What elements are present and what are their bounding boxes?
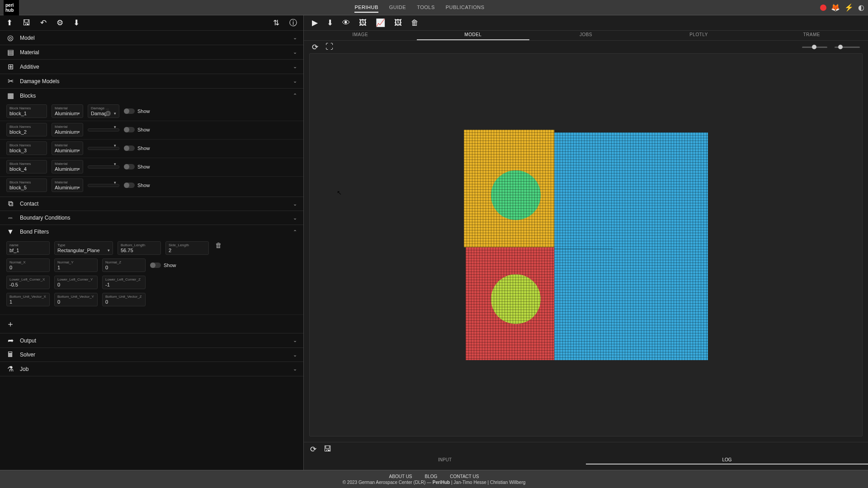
footer-contact[interactable]: CONTACT US bbox=[450, 474, 479, 479]
block-material-select[interactable]: MaterialAluminium bbox=[52, 104, 83, 118]
block-name-field[interactable]: Block Namesblock_2 bbox=[6, 123, 47, 136]
llc-y-field[interactable]: Lower_Left_Corner_Y0 bbox=[54, 276, 98, 289]
section-job[interactable]: ⚗ Job ⌄ bbox=[0, 362, 303, 376]
block-show-toggle[interactable]: Show bbox=[124, 145, 150, 151]
chevron-down-icon: ⌄ bbox=[293, 201, 297, 207]
normal-z-field[interactable]: Normal_Z0 bbox=[102, 258, 146, 272]
buv-x-field[interactable]: Bottom_Unit_Vector_X1 bbox=[6, 293, 50, 306]
clear-damage-icon[interactable]: × bbox=[105, 111, 111, 116]
add-bond-button[interactable]: ＋ bbox=[6, 319, 14, 328]
block-material-select[interactable]: MaterialAluminium bbox=[52, 160, 83, 174]
section-contact[interactable]: ⧉ Contact ⌄ bbox=[0, 197, 303, 211]
picture-icon[interactable]: 🖼 bbox=[394, 19, 402, 28]
tab-model[interactable]: MODEL bbox=[417, 31, 530, 40]
cube-icon: ◎ bbox=[6, 33, 14, 42]
block-material-select[interactable]: MaterialAluminium bbox=[52, 141, 83, 155]
section-solver[interactable]: 🖩 Solver ⌄ bbox=[0, 348, 303, 361]
section-blocks[interactable]: ▦ Blocks ⌃ bbox=[0, 89, 303, 103]
eye-icon[interactable]: 👁 bbox=[342, 19, 350, 28]
block-damage-select[interactable]: Damage …Damage× bbox=[88, 104, 119, 118]
undo-icon[interactable]: ↶ bbox=[40, 18, 47, 28]
footer-blog[interactable]: BLOG bbox=[425, 474, 438, 479]
section-bond[interactable]: ▼ Bond Filters ⌃ bbox=[0, 225, 303, 239]
chevron-down-icon: ⌄ bbox=[293, 352, 297, 358]
block-name-field[interactable]: Block Namesblock_4 bbox=[6, 160, 47, 174]
block-damage-select[interactable] bbox=[88, 184, 119, 187]
copyright: © 2023 German Aerospace Center (DLR) — P… bbox=[343, 480, 526, 485]
right-panel: ▶ ⬇ 👁 🖼 📈 🖼 🗑 IMAGE MODEL JOBS PLOTLY TR… bbox=[304, 15, 868, 470]
tab-log[interactable]: LOG bbox=[586, 456, 868, 465]
buv-z-field[interactable]: Bottom_Unit_Vector_Z0 bbox=[102, 293, 146, 306]
bond-show-toggle[interactable]: Show bbox=[150, 258, 176, 272]
tab-image[interactable]: IMAGE bbox=[304, 31, 417, 40]
model-viewer[interactable]: ↖ bbox=[309, 53, 863, 436]
download-result-icon[interactable]: ⬇ bbox=[327, 18, 333, 28]
scissors-icon: ✂ bbox=[6, 77, 14, 85]
tab-jobs[interactable]: JOBS bbox=[529, 31, 642, 40]
block-name-field[interactable]: Block Namesblock_1 bbox=[6, 104, 47, 118]
tab-trame[interactable]: TRAME bbox=[755, 31, 868, 40]
output-icon: ➦ bbox=[6, 336, 14, 345]
section-material[interactable]: ▤ Material ⌄ bbox=[0, 45, 303, 59]
settings-icon[interactable]: ⚙ bbox=[57, 18, 63, 28]
section-model[interactable]: ◎ Model ⌄ bbox=[0, 31, 303, 45]
nav-publications[interactable]: PUBLICATIONS bbox=[446, 3, 485, 13]
flask-icon: ⚗ bbox=[6, 365, 14, 373]
block-damage-select[interactable] bbox=[88, 165, 119, 169]
block-damage-select[interactable] bbox=[88, 128, 119, 131]
bond-bottom-length-field[interactable]: Bottom_Length 56.75 bbox=[118, 241, 161, 255]
footer-about[interactable]: ABOUT US bbox=[389, 474, 412, 479]
tab-plotly[interactable]: PLOTLY bbox=[642, 31, 755, 40]
nav-tools[interactable]: TOOLS bbox=[417, 3, 435, 13]
tab-input[interactable]: INPUT bbox=[304, 456, 586, 465]
block-show-toggle[interactable]: Show bbox=[124, 164, 150, 169]
right-toolbar: ▶ ⬇ 👁 🖼 📈 🖼 🗑 bbox=[304, 15, 868, 31]
slider-1[interactable] bbox=[802, 47, 827, 48]
block-material-select[interactable]: MaterialAluminium bbox=[52, 123, 83, 136]
section-damage[interactable]: ✂ Damage Models ⌄ bbox=[0, 74, 303, 88]
block-show-toggle[interactable]: Show bbox=[124, 183, 150, 188]
nav-guide[interactable]: GUIDE bbox=[389, 3, 406, 13]
gitlab-icon[interactable]: 🦊 bbox=[831, 3, 840, 12]
block-damage-select[interactable] bbox=[88, 147, 119, 150]
bond-side-length-field[interactable]: Side_Length 2 bbox=[165, 241, 209, 255]
nav-perihub[interactable]: PERIHUB bbox=[354, 3, 378, 13]
footer: ABOUT US BLOG CONTACT US © 2023 German A… bbox=[0, 470, 868, 488]
fullscreen-icon[interactable]: ⛶ bbox=[326, 42, 333, 52]
download-icon[interactable]: ⬇ bbox=[73, 18, 80, 28]
image-icon[interactable]: 🖼 bbox=[359, 19, 367, 28]
bolt-icon[interactable]: ⚡ bbox=[844, 3, 854, 12]
section-additive[interactable]: ⊞ Additive ⌄ bbox=[0, 60, 303, 74]
chevron-down-icon: ⌄ bbox=[293, 215, 297, 221]
llc-x-field[interactable]: Lower_Left_Corner_X-0.5 bbox=[6, 276, 50, 289]
left-toolbar: ⬆ 🖫 ↶ ⚙ ⬇ ⇅ ⓘ bbox=[0, 15, 303, 31]
normal-x-field[interactable]: Normal_X0 bbox=[6, 258, 50, 272]
bond-type-select[interactable]: Type Rectangular_Plane bbox=[54, 241, 113, 255]
save-log-icon[interactable]: 🖫 bbox=[324, 445, 331, 454]
delete-bond-icon[interactable]: 🗑 bbox=[215, 241, 222, 255]
block-name-field[interactable]: Block Namesblock_3 bbox=[6, 141, 47, 155]
refresh-icon[interactable]: ⟳ bbox=[312, 42, 318, 52]
block-name-field[interactable]: Block Namesblock_5 bbox=[6, 178, 47, 192]
info-icon[interactable]: ⓘ bbox=[289, 18, 297, 28]
chevron-down-icon: ⌄ bbox=[293, 64, 297, 70]
upload-icon[interactable]: ⬆ bbox=[6, 18, 13, 28]
normal-y-field[interactable]: Normal_Y1 bbox=[54, 258, 98, 272]
section-output[interactable]: ➦ Output ⌄ bbox=[0, 333, 303, 347]
github-icon[interactable]: ◐ bbox=[858, 3, 864, 12]
block-show-toggle[interactable]: Show bbox=[124, 127, 150, 132]
section-boundary[interactable]: ⎓ Boundary Conditions ⌄ bbox=[0, 211, 303, 225]
right-tabs: IMAGE MODEL JOBS PLOTLY TRAME bbox=[304, 31, 868, 41]
llc-z-field[interactable]: Lower_Left_Corner_Z-1 bbox=[102, 276, 146, 289]
sort-icon[interactable]: ⇅ bbox=[273, 18, 279, 28]
trash-icon[interactable]: 🗑 bbox=[411, 19, 419, 28]
chart-icon[interactable]: 📈 bbox=[376, 18, 385, 28]
block-show-toggle[interactable]: Show bbox=[124, 108, 150, 114]
buv-y-field[interactable]: Bottom_Unit_Vector_Y0 bbox=[54, 293, 98, 306]
play-icon[interactable]: ▶ bbox=[312, 18, 318, 28]
save-icon[interactable]: 🖫 bbox=[23, 19, 30, 28]
block-material-select[interactable]: MaterialAluminium bbox=[52, 178, 83, 192]
bond-name-field[interactable]: name bf_1 bbox=[6, 241, 50, 255]
slider-2[interactable] bbox=[835, 47, 860, 48]
refresh-log-icon[interactable]: ⟳ bbox=[310, 445, 316, 454]
